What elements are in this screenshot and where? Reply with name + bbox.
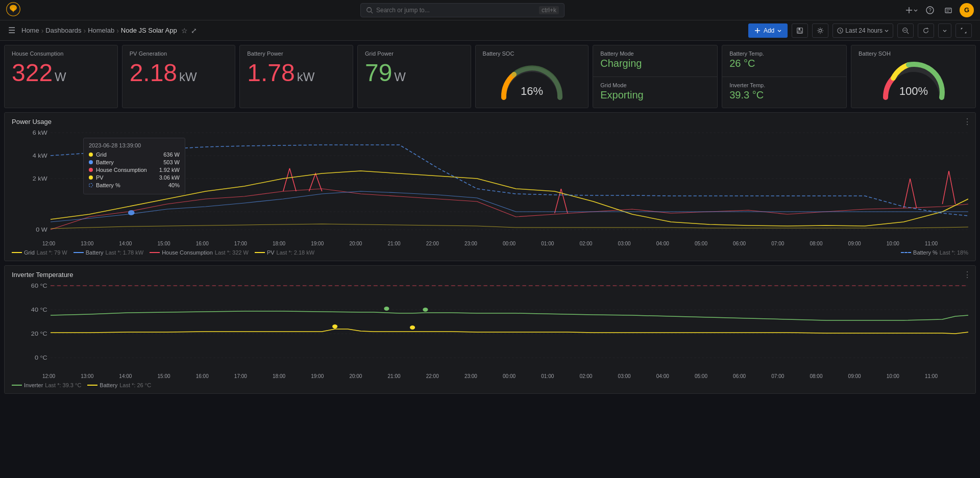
grid-mode-title: Grid Mode — [600, 82, 710, 88]
power-usage-menu-btn[interactable]: ⋮ — [963, 117, 971, 127]
grid-power-title: Grid Power — [365, 51, 463, 57]
refresh-icon — [922, 27, 929, 34]
legend-grid: Grid Last *: 79 W — [12, 249, 67, 256]
house-consumption-title: House Consumption — [12, 51, 110, 57]
battery-mode-value: Charging — [600, 58, 710, 69]
inverter-temp-panel: Inverter Temperature ⋮ 60 °C 40 °C 20 °C… — [4, 265, 976, 394]
svg-rect-14 — [799, 28, 801, 30]
power-usage-panel: Power Usage ⋮ 6 kW 4 kW 2 kW 0 W 100% 80… — [4, 112, 976, 261]
share-btn[interactable]: ⤢ — [191, 27, 197, 35]
svg-point-2 — [367, 7, 372, 12]
svg-point-38 — [128, 210, 135, 215]
svg-text:16%: 16% — [521, 85, 543, 97]
breadcrumb-current: Node JS Solar App — [121, 27, 177, 34]
inverter-temp-svg: 60 °C 40 °C 20 °C 0 °C — [12, 281, 968, 372]
help-btn[interactable]: ? — [923, 3, 937, 17]
inverter-temp-menu-btn[interactable]: ⋮ — [963, 270, 971, 280]
svg-point-50 — [332, 324, 337, 329]
legend-grid-line — [12, 252, 22, 253]
battery-mode-panel: Battery Mode Charging Grid Mode Exportin… — [593, 45, 718, 108]
expand-btn[interactable] — [955, 23, 972, 38]
svg-text:6 kW: 6 kW — [33, 130, 47, 136]
clock-icon — [837, 28, 843, 34]
save-icon — [796, 27, 803, 34]
grid-power-panel: Grid Power 79W — [357, 45, 471, 108]
search-area: Search or jump to... ctrl+k — [24, 3, 900, 17]
svg-text:0 °C: 0 °C — [35, 355, 47, 361]
breadcrumb-bar: ☰ Home › Dashboards › Homelab › Node JS … — [0, 20, 980, 41]
battery-soc-gauge: 16% — [483, 57, 581, 103]
legend-battery-line — [74, 252, 84, 253]
interval-chevron-icon — [943, 29, 947, 33]
grid-power-value: 79W — [365, 61, 463, 85]
search-shortcut: ctrl+k — [539, 6, 559, 14]
battery-power-title: Battery Power — [247, 51, 346, 57]
grid-mode-value: Exporting — [600, 89, 710, 101]
stat-panels-row: House Consumption 322W PV Generation 2.1… — [4, 45, 976, 108]
user-avatar[interactable]: G — [960, 3, 974, 17]
svg-point-16 — [819, 29, 822, 32]
legend-battery-pct: Battery % Last *: 18% — [901, 249, 968, 256]
battery-power-value: 1.78kW — [247, 61, 346, 85]
news-btn[interactable] — [941, 3, 955, 17]
battery-soc-title: Battery SOC — [483, 51, 581, 57]
settings-btn[interactable] — [812, 23, 828, 38]
add-panel-btn[interactable] — [904, 3, 919, 17]
save-dashboard-btn[interactable] — [792, 23, 808, 38]
battery-temp-sub: Battery Temp. 26 °C — [722, 45, 846, 77]
time-range-btn[interactable]: Last 24 hours — [832, 23, 893, 38]
breadcrumb-homelab[interactable]: Homelab — [88, 27, 114, 34]
battery-temp-value: 26 °C — [729, 58, 839, 69]
svg-point-48 — [384, 307, 389, 311]
legend-battery-temp-line — [87, 385, 97, 386]
time-chevron-icon — [885, 29, 889, 33]
add-icon — [754, 28, 761, 34]
legend-house: House Consumption Last *: 322 W — [150, 249, 249, 256]
legend-house-line — [150, 252, 160, 253]
search-box[interactable]: Search or jump to... ctrl+k — [360, 3, 565, 17]
inverter-temp-sub: Inverter Temp. 39.3 °C — [722, 77, 846, 108]
breadcrumb-dashboards[interactable]: Dashboards — [45, 27, 81, 34]
grid-mode-sub: Grid Mode Exporting — [593, 77, 717, 108]
add-button[interactable]: Add — [748, 23, 788, 38]
legend-battery-temp: Battery Last *: 26 °C — [87, 382, 151, 388]
settings-icon — [817, 27, 824, 34]
house-consumption-panel: House Consumption 322W — [4, 45, 118, 108]
svg-text:2 kW: 2 kW — [33, 176, 47, 182]
sidebar-toggle[interactable]: ☰ — [8, 26, 15, 35]
refresh-interval-btn[interactable] — [938, 23, 951, 38]
topbar-right: ? G — [904, 3, 974, 17]
legend-battery: Battery Last *: 1.78 kW — [74, 249, 143, 256]
power-usage-legend: Grid Last *: 79 W Battery Last *: 1.78 k… — [12, 249, 968, 256]
topbar: Search or jump to... ctrl+k ? G — [0, 0, 980, 20]
svg-text:100%: 100% — [899, 85, 927, 97]
legend-battery-pct-line — [901, 252, 911, 253]
pv-generation-title: PV Generation — [130, 51, 228, 57]
svg-point-49 — [423, 308, 428, 312]
star-btn[interactable]: ☆ — [181, 27, 188, 35]
legend-pv: PV Last *: 2.18 kW — [255, 249, 314, 256]
expand-icon — [960, 27, 967, 34]
breadcrumb-actions: ☆ ⤢ — [181, 27, 197, 35]
svg-rect-8 — [945, 8, 951, 13]
breadcrumb-home[interactable]: Home — [21, 27, 39, 34]
legend-inverter: Inverter Last *: 39.3 °C — [12, 382, 81, 388]
battery-power-panel: Battery Power 1.78kW — [239, 45, 353, 108]
zoom-out-btn[interactable] — [897, 23, 914, 38]
breadcrumb-sep-2: › — [83, 27, 86, 35]
search-icon — [366, 7, 373, 14]
legend-pv-line — [255, 252, 265, 253]
svg-text:20 °C: 20 °C — [31, 331, 47, 337]
battery-temp-title: Battery Temp. — [729, 51, 839, 57]
inverter-temp-value: 39.3 °C — [729, 89, 839, 101]
svg-line-3 — [371, 11, 373, 13]
zoom-out-icon — [902, 27, 909, 34]
inverter-temp-legend: Inverter Last *: 39.3 °C Battery Last *:… — [12, 382, 968, 388]
add-chevron-icon — [777, 29, 781, 33]
power-usage-xaxis: 12:00 13:00 14:00 15:00 16:00 17:00 18:0… — [12, 240, 968, 246]
grafana-logo[interactable] — [6, 2, 20, 18]
svg-text:?: ? — [928, 8, 932, 13]
refresh-btn[interactable] — [918, 23, 934, 38]
battery-temp-panel: Battery Temp. 26 °C Inverter Temp. 39.3 … — [722, 45, 847, 108]
svg-point-51 — [410, 325, 415, 330]
